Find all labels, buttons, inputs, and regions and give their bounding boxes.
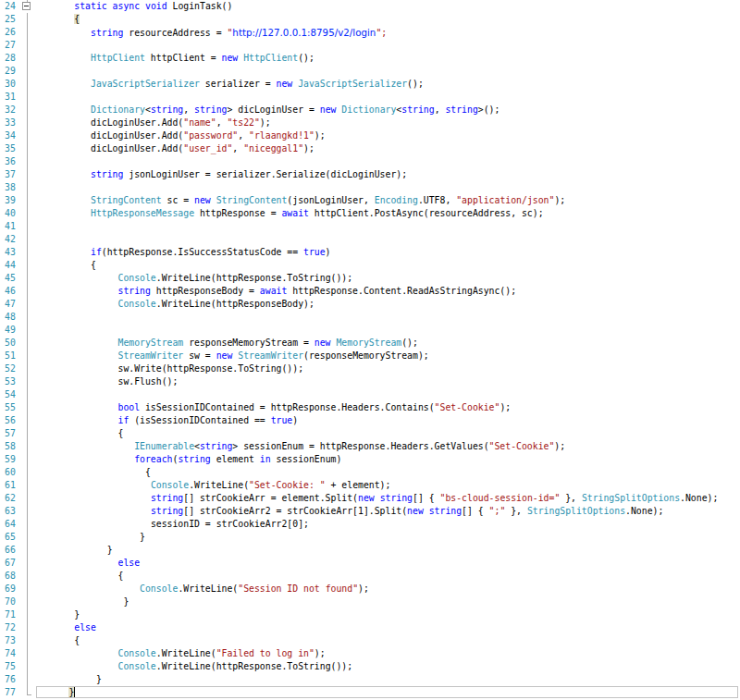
- code-token: "name": [183, 117, 216, 128]
- code-line[interactable]: sw.Flush();: [36, 375, 178, 388]
- code-token: httpResponse.Content.ReadAsStringAsync()…: [287, 286, 516, 296]
- code-token: new: [194, 195, 211, 205]
- code-token: [] {: [413, 493, 440, 503]
- code-line[interactable]: {: [36, 13, 80, 26]
- code-line[interactable]: Console.WriteLine(httpResponse.ToString(…: [36, 660, 352, 673]
- code-token: "Set-Cookie": [435, 402, 500, 412]
- code-line[interactable]: Console.WriteLine("Failed to log in");: [36, 647, 326, 660]
- code-line[interactable]: string httpResponseBody = await httpResp…: [36, 285, 516, 298]
- line-number: 47: [0, 298, 20, 311]
- code-line[interactable]: dicLoginUser.Add("password", "rlaangkd!1…: [36, 129, 326, 142]
- code-line[interactable]: {: [36, 427, 123, 440]
- code-line[interactable]: else: [36, 621, 96, 634]
- code-token: sw.Write(httpResponse.ToString());: [117, 363, 303, 374]
- fold-margin: [20, 466, 36, 479]
- code-line[interactable]: MemoryStream responseMemoryStream = new …: [36, 337, 418, 350]
- code-line[interactable]: StringContent sc = new StringContent(jso…: [36, 194, 565, 207]
- code-line[interactable]: }: [36, 673, 102, 686]
- code-token: JavaScriptSerializer: [91, 79, 200, 89]
- line-number: 43: [0, 246, 20, 259]
- code-line[interactable]: if(httpResponse.IsSuccessStatusCode == t…: [36, 246, 331, 259]
- line-number: 38: [0, 181, 20, 194]
- code-line[interactable]: }: [36, 608, 80, 621]
- code-line-row: 73 {: [0, 634, 740, 647]
- code-line[interactable]: IEnumerable<string> sessionEnum = httpRe…: [36, 440, 565, 453]
- code-line-row: 51 StreamWriter sw = new StreamWriter(re…: [0, 350, 740, 362]
- code-token: .WriteLine(: [156, 648, 216, 658]
- code-line[interactable]: static async void LoginTask(): [36, 0, 232, 13]
- line-number: 28: [0, 52, 20, 65]
- code-line[interactable]: {: [36, 634, 80, 647]
- code-line[interactable]: Console.WriteLine(httpResponseBody);: [36, 298, 314, 311]
- code-line[interactable]: string[] strCookieArr2 = strCookieArr[1]…: [36, 505, 663, 518]
- code-line-row: 68 {: [0, 570, 740, 583]
- code-token: (responseMemoryStream);: [303, 350, 429, 361]
- code-line-row: 47 Console.WriteLine(httpResponseBody);: [0, 298, 740, 311]
- code-token: Console: [117, 661, 155, 671]
- code-line[interactable]: string resourceAddress = "http://127.0.0…: [36, 26, 387, 39]
- code-token: foreach: [134, 454, 172, 464]
- code-token: {: [145, 467, 151, 477]
- code-token: },: [505, 506, 527, 516]
- code-token: StreamWriter: [117, 350, 183, 361]
- code-line[interactable]: dicLoginUser.Add("user_id", "niceggal1")…: [36, 142, 314, 155]
- code-line-row: 35 dicLoginUser.Add("user_id", "niceggal…: [0, 142, 740, 155]
- code-line[interactable]: {: [36, 259, 96, 272]
- code-line[interactable]: }: [36, 686, 75, 699]
- fold-margin: [20, 168, 36, 181]
- code-line[interactable]: Console.WriteLine("Set-Cookie: " + eleme…: [36, 479, 390, 492]
- fold-margin: [20, 492, 36, 505]
- code-line[interactable]: sessionID = strCookieArr2[0];: [36, 518, 309, 531]
- code-line-row: 76 }: [0, 673, 740, 686]
- code-token: string: [200, 441, 232, 451]
- code-line[interactable]: HttpClient httpClient = new HttpClient()…: [36, 52, 314, 65]
- code-line[interactable]: }: [36, 596, 129, 608]
- code-token: {: [74, 635, 80, 645]
- code-line[interactable]: foreach(string element in sessionEnum): [36, 453, 341, 466]
- collapse-minus-box-icon[interactable]: [22, 2, 31, 10]
- code-line[interactable]: string[] strCookieArr = element.Split(ne…: [36, 492, 718, 505]
- line-number: 37: [0, 168, 20, 181]
- code-token: + element);: [326, 480, 391, 490]
- url-link-text[interactable]: http://127.0.0.1:8795/v2/login: [232, 27, 376, 38]
- code-line[interactable]: }: [36, 531, 145, 544]
- code-line[interactable]: {: [36, 466, 151, 479]
- code-token: httpResponse =: [194, 208, 281, 218]
- code-line[interactable]: HttpResponseMessage httpResponse = await…: [36, 207, 544, 220]
- code-token: ,: [183, 104, 194, 115]
- code-token: true: [271, 415, 293, 425]
- code-token: dicLoginUser.Add(: [91, 117, 183, 128]
- code-token: );: [358, 583, 369, 594]
- line-number: 67: [0, 557, 20, 570]
- code-line-row: 43 if(httpResponse.IsSuccessStatusCode =…: [0, 246, 740, 259]
- code-line[interactable]: Console.WriteLine(httpResponse.ToString(…: [36, 272, 352, 285]
- code-token: StreamWriter: [238, 350, 303, 361]
- code-line[interactable]: JavaScriptSerializer serializer = new Ja…: [36, 78, 424, 91]
- code-line[interactable]: StreamWriter sw = new StreamWriter(respo…: [36, 350, 429, 362]
- code-line[interactable]: else: [36, 557, 140, 570]
- code-token: .WriteLine(httpResponse.ToString());: [156, 661, 352, 671]
- code-line[interactable]: bool isSessionIDContained = httpResponse…: [36, 401, 511, 414]
- code-line[interactable]: Dictionary<string, string> dicLoginUser …: [36, 104, 500, 117]
- code-token: );: [260, 117, 271, 128]
- line-number: 26: [0, 26, 20, 39]
- code-line[interactable]: {: [36, 570, 123, 583]
- code-token: new: [320, 104, 337, 115]
- code-line[interactable]: string jsonLoginUser = serializer.Serial…: [36, 168, 407, 181]
- code-line[interactable]: Console.WriteLine("Session ID not found"…: [36, 583, 369, 596]
- fold-margin: [20, 194, 36, 207]
- code-line[interactable]: dicLoginUser.Add("name", "ts22");: [36, 117, 271, 129]
- fold-margin: [20, 181, 36, 194]
- code-token: "Set-Cookie": [489, 441, 555, 451]
- code-line[interactable]: }: [36, 544, 113, 557]
- code-line[interactable]: sw.Write(httpResponse.ToString());: [36, 362, 303, 375]
- code-editor[interactable]: 24 static async void LoginTask()25 {26 s…: [0, 0, 740, 700]
- code-token: jsonLoginUser = serializer.Serialize(dic…: [123, 169, 407, 179]
- code-line[interactable]: if (isSessionIDContained == true): [36, 414, 298, 427]
- code-token: string: [380, 493, 413, 503]
- code-line-row: 62 string[] strCookieArr = element.Split…: [0, 492, 740, 505]
- line-number: 34: [0, 129, 20, 142]
- code-line-row: 32 Dictionary<string, string> dicLoginUs…: [0, 104, 740, 117]
- code-token: IEnumerable: [134, 441, 194, 451]
- code-token: string: [194, 104, 227, 115]
